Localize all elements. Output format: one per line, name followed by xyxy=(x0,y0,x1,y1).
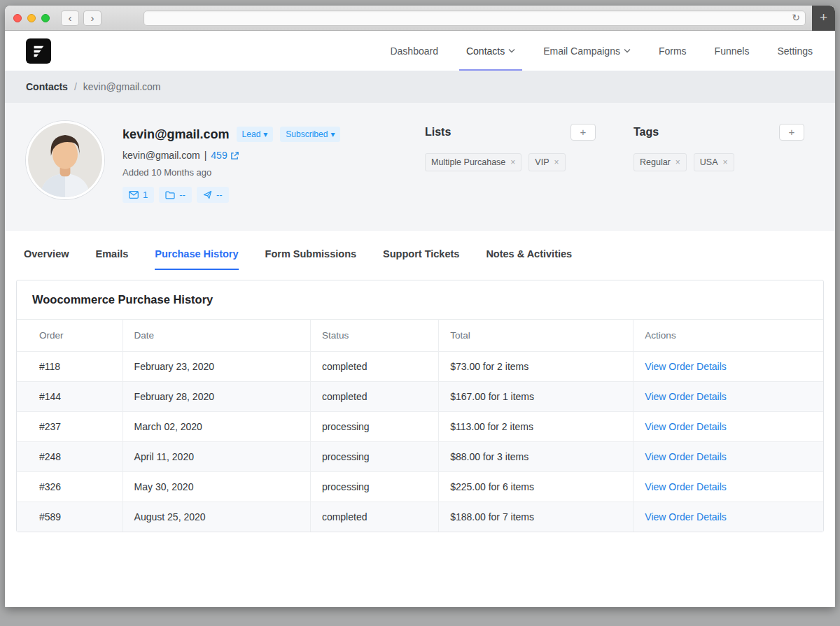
total-cell: $73.00 for 2 items xyxy=(439,352,634,382)
browser-back-button[interactable]: ‹ xyxy=(61,10,79,26)
total-cell: $113.00 for 2 items xyxy=(439,412,634,442)
tab-support-tickets[interactable]: Support Tickets xyxy=(383,248,459,270)
list-chip: VIP × xyxy=(528,153,565,171)
caret-down-icon: ▾ xyxy=(263,129,267,139)
send-icon xyxy=(203,190,212,199)
pipe-separator: | xyxy=(204,150,207,161)
tab-purchase-history[interactable]: Purchase History xyxy=(155,248,238,270)
breadcrumb-current: kevin@gmail.com xyxy=(83,81,161,92)
list-chip: Multiple Purcahase × xyxy=(425,153,522,171)
subscription-badge[interactable]: Subscribed ▾ xyxy=(280,127,340,142)
order-cell: #144 xyxy=(17,382,122,412)
browser-chrome: ‹ › ↻ + xyxy=(5,6,835,31)
chevron-down-icon xyxy=(624,48,631,53)
lists-chips: Multiple Purcahase × VIP × xyxy=(425,153,596,171)
view-order-details-link[interactable]: View Order Details xyxy=(645,511,726,522)
table-header-row: Order Date Status Total Actions xyxy=(17,320,823,352)
breadcrumb-contacts-link[interactable]: Contacts xyxy=(26,81,68,92)
tab-form-submissions[interactable]: Form Submissions xyxy=(265,248,357,270)
add-list-button[interactable]: + xyxy=(570,124,596,141)
status-badge[interactable]: Lead ▾ xyxy=(237,127,274,142)
nav-email-campaigns[interactable]: Email Campaigns xyxy=(542,31,632,71)
nav-dashboard[interactable]: Dashboard xyxy=(388,31,440,71)
view-order-details-link[interactable]: View Order Details xyxy=(645,421,726,432)
table-row: #248 April 11, 2020 processing $88.00 fo… xyxy=(17,442,823,472)
tab-content: Woocommerce Purchase History Order Date … xyxy=(5,270,835,607)
status-cell: completed xyxy=(310,352,438,382)
remove-icon[interactable]: × xyxy=(723,158,728,166)
plus-icon: + xyxy=(820,10,827,24)
remove-icon[interactable]: × xyxy=(676,158,680,166)
breadcrumb-separator: / xyxy=(74,81,77,92)
add-tag-button[interactable]: + xyxy=(779,124,804,141)
view-order-details-link[interactable]: View Order Details xyxy=(645,391,726,402)
nav-label: Funnels xyxy=(715,45,750,57)
order-cell: #248 xyxy=(17,442,122,472)
tags-chips: Regular × USA × xyxy=(634,153,804,171)
total-cell: $167.00 for 1 items xyxy=(439,382,634,412)
lists-section: Lists + Multiple Purcahase × VIP × xyxy=(425,124,596,203)
new-tab-button[interactable]: + xyxy=(812,6,835,31)
col-header-date: Date xyxy=(122,320,310,352)
tab-overview[interactable]: Overview xyxy=(24,248,69,270)
nav-contacts[interactable]: Contacts xyxy=(465,31,517,71)
email-count-chip[interactable]: 1 xyxy=(122,187,154,203)
app-root: Dashboard Contacts Email Campaigns xyxy=(5,31,835,607)
tag-chip: USA × xyxy=(694,153,734,171)
desktop-background: ‹ › ↻ + Dashboard xyxy=(0,0,840,626)
contact-summary: kevin@gmail.com Lead ▾ Subscribed ▾ xyxy=(26,121,418,203)
purchase-history-card: Woocommerce Purchase History Order Date … xyxy=(16,280,824,532)
nav-funnels[interactable]: Funnels xyxy=(713,31,751,71)
mail-icon xyxy=(129,191,139,199)
total-cell: $188.00 for 7 items xyxy=(439,502,634,532)
window-minimize-button[interactable] xyxy=(27,14,36,22)
contact-name: kevin@gmail.com xyxy=(122,127,230,142)
contact-profile-section: kevin@gmail.com Lead ▾ Subscribed ▾ xyxy=(5,103,835,231)
date-cell: April 11, 2020 xyxy=(122,442,310,472)
refresh-icon[interactable]: ↻ xyxy=(792,12,800,23)
status-cell: processing xyxy=(310,412,438,442)
tags-section: Tags + Regular × USA × xyxy=(634,124,804,203)
window-zoom-button[interactable] xyxy=(41,14,50,22)
nav-forms[interactable]: Forms xyxy=(657,31,688,71)
status-cell: processing xyxy=(310,442,438,472)
fluentcrm-logo[interactable] xyxy=(26,38,51,64)
date-cell: August 25, 2020 xyxy=(122,502,310,532)
view-order-details-link[interactable]: View Order Details xyxy=(645,451,726,462)
plus-icon: + xyxy=(580,126,587,138)
remove-icon[interactable]: × xyxy=(554,158,559,166)
tag-chip: Regular × xyxy=(634,153,687,171)
click-rate-chip[interactable]: -- xyxy=(197,187,229,203)
date-cell: February 28, 2020 xyxy=(122,382,310,412)
window-close-button[interactable] xyxy=(13,14,22,22)
contact-avatar xyxy=(26,121,104,199)
folder-icon xyxy=(165,191,175,199)
date-cell: March 02, 2020 xyxy=(122,412,310,442)
view-order-details-link[interactable]: View Order Details xyxy=(645,361,726,372)
profile-tabs: Overview Emails Purchase History Form Su… xyxy=(5,231,835,270)
tab-emails[interactable]: Emails xyxy=(96,248,129,270)
card-title: Woocommerce Purchase History xyxy=(17,280,823,319)
status-cell: completed xyxy=(310,502,438,532)
chevron-down-icon xyxy=(508,48,515,53)
nav-settings[interactable]: Settings xyxy=(776,31,814,71)
external-link-icon xyxy=(230,151,239,160)
contact-stats: 1 -- xyxy=(122,187,340,203)
remove-icon[interactable]: × xyxy=(510,158,515,166)
main-nav: Dashboard Contacts Email Campaigns xyxy=(388,31,814,71)
contact-id-link[interactable]: 459 xyxy=(211,150,239,161)
lists-title: Lists xyxy=(425,126,451,138)
col-header-actions: Actions xyxy=(634,320,823,352)
view-order-details-link[interactable]: View Order Details xyxy=(645,481,726,492)
tab-notes-activities[interactable]: Notes & Activities xyxy=(486,248,572,270)
back-icon: ‹ xyxy=(69,12,72,24)
browser-window: ‹ › ↻ + Dashboard xyxy=(5,6,835,607)
open-rate-chip[interactable]: -- xyxy=(159,187,192,203)
total-cell: $88.00 for 3 items xyxy=(439,442,634,472)
col-header-total: Total xyxy=(439,320,634,352)
forward-icon: › xyxy=(91,12,94,24)
status-cell: completed xyxy=(310,382,438,412)
logo-glyph xyxy=(31,43,46,59)
address-bar[interactable]: ↻ xyxy=(144,10,806,26)
browser-forward-button[interactable]: › xyxy=(83,10,102,26)
